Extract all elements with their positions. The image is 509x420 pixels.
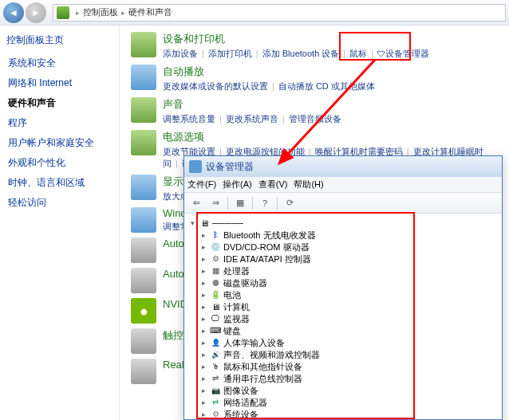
expand-icon[interactable]: ▸ (200, 301, 207, 312)
category-title[interactable]: 电源选项 (163, 130, 498, 144)
expand-icon[interactable]: ▸ (200, 337, 207, 348)
nav-back-button[interactable]: ◄ (3, 2, 24, 23)
sidebar-item[interactable]: 硬件和声音 (6, 93, 112, 113)
category-link[interactable]: 管理音频设备 (289, 114, 341, 124)
category-link[interactable]: 添加设备 (163, 49, 198, 58)
tree-node[interactable]: ▸处理器 (189, 265, 497, 277)
tree-node[interactable]: ▸图像设备 (189, 384, 497, 396)
tree-node-label: 网络适配器 (223, 397, 267, 408)
tree-node[interactable]: ▸声音、视频和游戏控制器 (189, 348, 497, 360)
category-link[interactable]: 添加打印机 (208, 49, 252, 58)
nav-forward-button[interactable]: ► (26, 2, 46, 23)
tree-node[interactable]: ▸磁盘驱动器 (189, 277, 497, 289)
tree-node[interactable]: ▸人体学输入设备 (189, 336, 497, 348)
device-category-icon (210, 289, 221, 300)
tool-tree-button[interactable]: ▦ (231, 195, 249, 211)
tree-node[interactable]: ▸DVD/CD-ROM 驱动器 (189, 241, 497, 253)
tree-node[interactable]: ▸鼠标和其他指针设备 (189, 360, 497, 372)
expand-icon[interactable]: ▸ (200, 409, 207, 420)
menu-view[interactable]: 查看(V) (258, 179, 288, 190)
device-category-icon (210, 230, 221, 240)
sidebar-item[interactable]: 时钟、语言和区域 (6, 173, 112, 193)
breadcrumb[interactable]: ▸ 控制面板 ▸ 硬件和声音 (53, 4, 506, 22)
expand-icon[interactable]: ▸ (200, 361, 207, 372)
expand-icon[interactable]: ▸ (200, 277, 207, 289)
collapse-icon[interactable]: ▾ (189, 219, 196, 227)
tool-back-button[interactable]: ⇐ (187, 195, 205, 211)
category-link[interactable]: 更改系统声音 (226, 114, 278, 124)
tree-node[interactable]: ▸键盘 (189, 324, 497, 336)
sidebar-title[interactable]: 控制面板主页 (6, 33, 112, 47)
expand-icon[interactable]: ▸ (200, 397, 207, 408)
category-icon (131, 130, 156, 155)
category-title[interactable]: 声音 (163, 97, 498, 112)
expand-icon[interactable]: ▸ (200, 373, 207, 384)
device-category-icon (210, 325, 221, 336)
tree-node-label: 处理器 (223, 265, 250, 277)
category-icon: ◉ (131, 298, 156, 324)
category-title[interactable]: 设备和打印机 (163, 32, 498, 46)
tree-node-label: 图像设备 (223, 385, 258, 396)
category-link[interactable]: 自动播放 CD 或其他媒体 (278, 81, 375, 91)
tree-node-label: 系统设备 (223, 409, 258, 420)
expand-icon[interactable]: ▸ (200, 241, 207, 253)
sidebar-item[interactable]: 系统和安全 (6, 53, 112, 73)
expand-icon[interactable]: ▸ (200, 349, 207, 360)
tree-root-node[interactable]: ▾ ───── (189, 217, 497, 229)
category-link[interactable]: 更改媒体或设备的默认设置 (163, 81, 268, 91)
device-category-icon (210, 385, 221, 395)
category-section: 声音调整系统音量|更改系统声音|管理音频设备 (131, 97, 498, 125)
category-links: 更改媒体或设备的默认设置|自动播放 CD 或其他媒体 (163, 80, 498, 92)
expand-icon[interactable]: ▸ (200, 325, 207, 336)
menu-help[interactable]: 帮助(H) (294, 179, 323, 190)
category-link[interactable]: 设备管理器 (385, 49, 429, 58)
chevron-right-icon: ▸ (76, 9, 80, 17)
device-category-icon (210, 253, 221, 264)
tree-node[interactable]: ▸电池 (189, 289, 497, 300)
tree-node-label: 计算机 (223, 301, 250, 312)
expand-icon[interactable]: ▸ (200, 313, 207, 324)
category-section: 自动播放更改媒体或设备的默认设置|自动播放 CD 或其他媒体 (131, 65, 498, 92)
chevron-right-icon: ▸ (121, 9, 125, 17)
tool-scan-button[interactable]: ⟳ (281, 195, 298, 211)
sidebar-item[interactable]: 外观和个性化 (6, 153, 112, 173)
category-icon (131, 207, 156, 233)
category-links: 添加设备|添加打印机|添加 Bluetooth 设备|鼠标|🛡设备管理器 (163, 48, 498, 60)
expand-icon[interactable]: ▸ (200, 230, 207, 241)
sidebar-item[interactable]: 轻松访问 (6, 193, 112, 213)
device-manager-titlebar[interactable]: 设备管理器 (184, 156, 502, 177)
tree-node[interactable]: ▸监视器 (189, 312, 497, 324)
category-icon (131, 328, 156, 354)
tree-node[interactable]: ▸IDE ATA/ATAPI 控制器 (189, 253, 497, 265)
device-category-icon (210, 397, 221, 407)
breadcrumb-part[interactable]: 控制面板 (83, 6, 118, 18)
menu-action[interactable]: 操作(A) (223, 179, 252, 190)
expand-icon[interactable]: ▸ (200, 253, 207, 265)
expand-icon[interactable]: ▸ (200, 385, 207, 396)
tree-node[interactable]: ▸计算机 (189, 300, 497, 312)
tool-help-button[interactable]: ? (256, 195, 274, 211)
category-link[interactable]: 调整系统音量 (163, 114, 215, 124)
tree-node[interactable]: ▸系统设备 (189, 408, 497, 420)
tree-node[interactable]: ▸Bluetooth 无线电收发器 (189, 229, 497, 241)
sidebar-item[interactable]: 程序 (6, 113, 112, 133)
tool-forward-button[interactable]: ⇒ (207, 195, 224, 211)
tree-node-label: 键盘 (223, 325, 241, 336)
expand-icon[interactable]: ▸ (200, 289, 207, 300)
sidebar-item[interactable]: 网络和 Internet (6, 73, 112, 93)
device-manager-menubar: 文件(F) 操作(A) 查看(V) 帮助(H) (184, 177, 502, 193)
tree-node[interactable]: ▸网络适配器 (189, 396, 497, 408)
tree-node-label: 电池 (223, 289, 241, 300)
device-manager-window: 设备管理器 文件(F) 操作(A) 查看(V) 帮助(H) ⇐ ⇒ ▦ ? ⟳ … (183, 155, 503, 420)
category-link[interactable]: 鼠标 (349, 49, 367, 58)
breadcrumb-part[interactable]: 硬件和声音 (128, 6, 172, 18)
device-category-icon (210, 301, 221, 312)
category-link[interactable]: 添加 Bluetooth 设备 (262, 49, 340, 58)
tree-node-label: DVD/CD-ROM 驱动器 (223, 241, 310, 253)
category-title[interactable]: 自动播放 (163, 65, 498, 79)
sidebar-item[interactable]: 用户帐户和家庭安全 (6, 133, 112, 153)
tree-node[interactable]: ▸通用串行总线控制器 (189, 372, 497, 384)
device-category-icon (210, 373, 221, 383)
expand-icon[interactable]: ▸ (200, 265, 207, 277)
menu-file[interactable]: 文件(F) (187, 179, 216, 190)
